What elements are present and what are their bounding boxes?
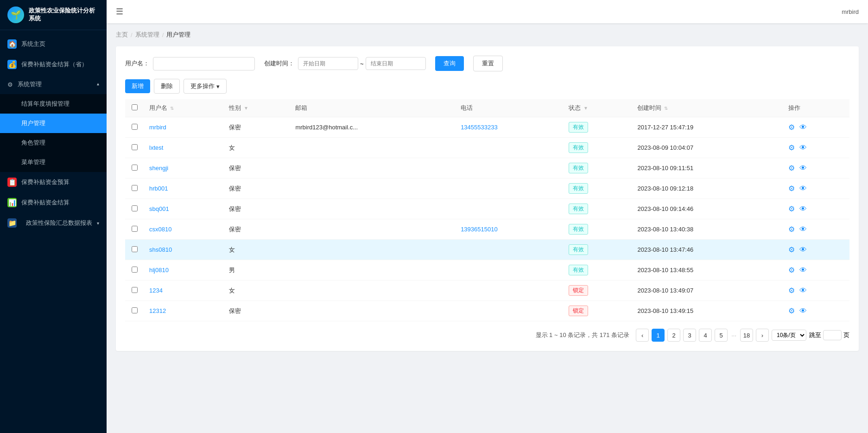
row-email — [290, 158, 455, 178]
row-checkbox[interactable] — [132, 124, 138, 130]
view-icon[interactable]: 👁 — [799, 205, 807, 213]
breadcrumb-system-mgmt[interactable]: 系统管理 — [135, 31, 159, 39]
page-btn-2[interactable]: 2 — [667, 329, 680, 342]
query-button[interactable]: 查询 — [435, 56, 464, 71]
row-username[interactable]: hrb001 — [144, 178, 223, 199]
select-all-checkbox[interactable] — [132, 104, 138, 110]
sidebar-item-subsidy-province[interactable]: 💰 保费补贴资金结算（省） — [0, 54, 107, 75]
settings-icon[interactable]: ⚙ — [788, 266, 795, 274]
row-gender: 女 — [223, 240, 290, 260]
created-at-sort-icon[interactable]: ⇅ — [664, 106, 668, 111]
view-icon[interactable]: 👁 — [799, 266, 807, 274]
row-actions: ⚙ 👁 — [783, 219, 849, 240]
row-actions: ⚙ 👁 — [783, 240, 849, 260]
username-input[interactable] — [153, 57, 255, 70]
gender-filter-icon[interactable]: ▾ — [245, 105, 247, 111]
row-status: 有效 — [563, 117, 632, 138]
row-actions: ⚙ 👁 — [783, 158, 849, 178]
row-checkbox[interactable] — [132, 205, 138, 211]
breadcrumb-home[interactable]: 主页 — [116, 31, 128, 39]
row-checkbox[interactable] — [132, 165, 138, 171]
view-icon[interactable]: 👁 — [799, 307, 807, 315]
row-username[interactable]: mrbird — [144, 117, 223, 138]
page-btn-3[interactable]: 3 — [683, 329, 696, 342]
sidebar-item-subsidy-settlement-label: 保费补贴资金结算 — [21, 198, 70, 207]
page-jump-input[interactable] — [823, 330, 842, 340]
system-mgmt-icon: ⚙ — [7, 81, 13, 88]
page-btn-1[interactable]: 1 — [652, 329, 665, 342]
view-icon[interactable]: 👁 — [799, 287, 807, 295]
table-row: hlj0810 男 有效 2023-08-10 13:48:55 ⚙ 👁 — [125, 260, 849, 280]
sidebar-item-policy-report-label: 政策性保险汇总数据报表 — [26, 219, 92, 227]
more-operations-button[interactable]: 更多操作 ▾ — [184, 79, 227, 94]
sidebar-item-subsidy-settlement[interactable]: 📊 保费补贴资金结算 — [0, 192, 107, 213]
pagination-info: 显示 1 ~ 10 条记录，共 171 条记录 — [536, 331, 630, 339]
row-checkbox[interactable] — [132, 267, 138, 273]
sidebar-item-menu-mgmt[interactable]: 菜单管理 — [0, 153, 107, 172]
settings-icon[interactable]: ⚙ — [788, 306, 795, 315]
sidebar-group-system-mgmt-header[interactable]: ⚙ 系统管理 ▾ — [0, 75, 107, 94]
row-checkbox[interactable] — [132, 144, 138, 150]
row-checkbox[interactable] — [132, 287, 138, 293]
row-checkbox[interactable] — [132, 185, 138, 191]
sidebar-item-role-mgmt[interactable]: 角色管理 — [0, 133, 107, 153]
view-icon[interactable]: 👁 — [799, 144, 807, 152]
status-badge: 有效 — [569, 224, 588, 235]
sidebar-item-home[interactable]: 🏠 系统主页 — [0, 34, 107, 54]
end-date-input[interactable] — [366, 57, 426, 70]
row-username[interactable]: 12312 — [144, 301, 223, 321]
page-btn-18[interactable]: 18 — [740, 329, 753, 342]
col-checkbox — [125, 99, 144, 117]
row-username[interactable]: lxtest — [144, 138, 223, 158]
start-date-input[interactable] — [298, 57, 358, 70]
view-icon[interactable]: 👁 — [799, 123, 807, 132]
created-time-field: 创建时间： ~ — [264, 57, 426, 70]
sidebar-item-year-settlement[interactable]: 结算年度填报管理 — [0, 94, 107, 114]
view-icon[interactable]: 👁 — [799, 246, 807, 254]
settings-icon[interactable]: ⚙ — [788, 164, 795, 172]
menu-toggle-button[interactable]: ☰ — [116, 6, 123, 17]
col-actions-label: 操作 — [788, 104, 800, 111]
sidebar-item-subsidy-budget[interactable]: 📋 保费补贴资金预算 — [0, 172, 107, 192]
row-checkbox-cell — [125, 280, 144, 301]
page-btn-5[interactable]: 5 — [715, 329, 728, 342]
sidebar-item-user-mgmt[interactable]: 用户管理 — [0, 114, 107, 133]
main-card: 用户名： 创建时间： ~ 查询 重置 新增 删除 — [116, 46, 859, 351]
row-checkbox[interactable] — [132, 307, 138, 313]
row-phone — [455, 301, 563, 321]
row-username[interactable]: 1234 — [144, 280, 223, 301]
add-button[interactable]: 新增 — [125, 79, 150, 93]
view-icon[interactable]: 👁 — [799, 164, 807, 172]
settings-icon[interactable]: ⚙ — [788, 143, 795, 152]
settings-icon[interactable]: ⚙ — [788, 286, 795, 295]
settings-icon[interactable]: ⚙ — [788, 184, 795, 193]
page-size-select[interactable]: 10条/页 20条/页 50条/页 — [772, 330, 806, 341]
status-badge: 锁定 — [569, 306, 588, 316]
sidebar-item-subsidy-budget-label: 保费补贴资金预算 — [21, 178, 70, 186]
pagination: 显示 1 ~ 10 条记录，共 171 条记录 ‹ 1 2 3 4 5 ··· … — [125, 329, 849, 342]
sidebar-item-policy-report[interactable]: 📁 政策性保险汇总数据报表 ▾ — [0, 213, 107, 233]
page-btn-4[interactable]: 4 — [699, 329, 712, 342]
settings-icon[interactable]: ⚙ — [788, 245, 795, 254]
row-username[interactable]: shs0810 — [144, 240, 223, 260]
row-username[interactable]: sbq001 — [144, 199, 223, 219]
breadcrumb-sep-1: / — [131, 32, 133, 38]
reset-button[interactable]: 重置 — [473, 56, 503, 71]
settings-icon[interactable]: ⚙ — [788, 204, 795, 213]
view-icon[interactable]: 👁 — [799, 225, 807, 234]
row-status: 锁定 — [563, 280, 632, 301]
row-username[interactable]: csx0810 — [144, 219, 223, 240]
username-sort-icon[interactable]: ⇅ — [170, 106, 174, 111]
status-filter-icon[interactable]: ▾ — [584, 105, 587, 111]
prev-page-button[interactable]: ‹ — [636, 329, 649, 342]
delete-button[interactable]: 删除 — [154, 79, 180, 94]
row-checkbox[interactable] — [132, 226, 138, 232]
settings-icon[interactable]: ⚙ — [788, 123, 795, 132]
view-icon[interactable]: 👁 — [799, 185, 807, 193]
sidebar-menu: 🏠 系统主页 💰 保费补贴资金结算（省） ⚙ 系统管理 ▾ 结算年度填报管理 — [0, 30, 107, 433]
next-page-button[interactable]: › — [756, 329, 769, 342]
row-username[interactable]: hlj0810 — [144, 260, 223, 280]
row-checkbox[interactable] — [132, 246, 138, 252]
settings-icon[interactable]: ⚙ — [788, 225, 795, 234]
row-username[interactable]: shengji — [144, 158, 223, 178]
